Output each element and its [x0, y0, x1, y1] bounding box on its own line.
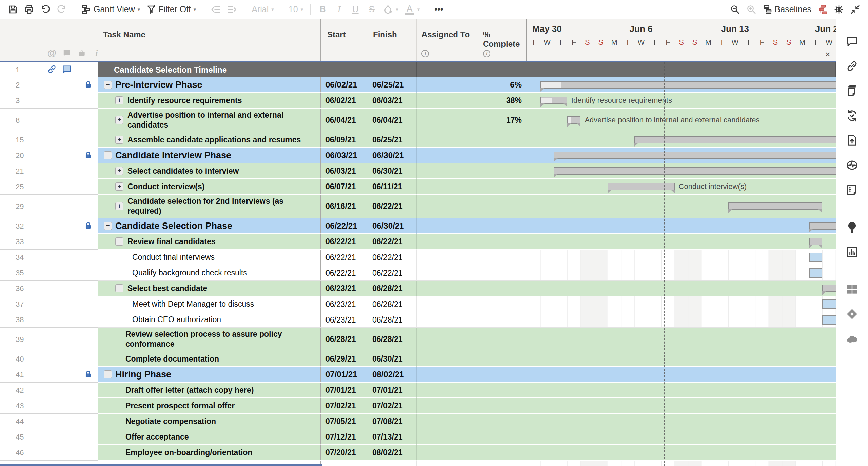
filter-button[interactable]: Filter Off▾ — [146, 4, 196, 15]
pct-complete-cell[interactable] — [478, 398, 527, 414]
finish-date-cell[interactable]: 06/28/21 — [368, 281, 417, 296]
row-number-cell[interactable]: 43 — [0, 398, 98, 414]
collapse-button[interactable] — [850, 4, 860, 15]
task-name-cell[interactable]: Offer acceptance — [98, 429, 321, 445]
summary-bar[interactable] — [809, 222, 836, 230]
start-date-cell[interactable]: 06/02/21 — [321, 77, 368, 93]
task-name-cell[interactable]: −Pre-Interview Phase — [98, 77, 321, 93]
assigned-to-cell[interactable] — [417, 218, 478, 234]
row-number-cell[interactable]: 21 — [0, 163, 98, 179]
baseline-red-button[interactable] — [817, 4, 828, 15]
assigned-to-cell[interactable] — [417, 398, 478, 414]
row-number-cell[interactable]: 36 — [0, 281, 98, 296]
assigned-to-cell[interactable] — [417, 312, 478, 328]
task-name-cell[interactable]: Present prospect formal offer — [98, 398, 321, 414]
assigned-to-cell[interactable] — [417, 328, 478, 351]
column-header-assigned-to[interactable]: Assigned To i — [417, 19, 478, 61]
row-number-cell[interactable]: 41 — [0, 367, 98, 383]
font-size-select[interactable]: 10▾ — [289, 4, 303, 14]
assigned-to-cell[interactable] — [417, 93, 478, 109]
finish-date-cell[interactable]: 06/11/21 — [368, 179, 417, 195]
task-bar[interactable] — [822, 315, 836, 325]
summary-bar[interactable] — [809, 238, 823, 245]
summary-bar[interactable] — [567, 116, 581, 124]
summary-bar[interactable] — [540, 97, 567, 104]
row-number-header[interactable]: @i — [0, 19, 98, 61]
pct-complete-cell[interactable] — [478, 383, 527, 398]
finish-date-cell[interactable]: 06/28/21 — [368, 328, 417, 351]
italic-button[interactable]: I — [334, 4, 344, 15]
assigned-to-cell[interactable] — [417, 148, 478, 163]
pct-complete-cell[interactable]: 6% — [478, 77, 527, 93]
assigned-to-cell[interactable] — [417, 296, 478, 312]
pct-complete-cell[interactable]: 17% — [478, 109, 527, 132]
assigned-to-cell[interactable] — [417, 414, 478, 429]
finish-date-cell[interactable]: 06/22/21 — [368, 195, 417, 218]
start-date-cell[interactable]: 06/29/21 — [321, 351, 368, 367]
task-name-cell[interactable]: Obtain CEO authorization — [98, 312, 321, 328]
row-number-cell[interactable]: 40 — [0, 351, 98, 367]
start-date-cell[interactable]: 07/01/21 — [321, 383, 368, 398]
finish-date-cell[interactable]: 06/30/21 — [368, 351, 417, 367]
start-date-cell[interactable]: 06/04/21 — [321, 109, 368, 132]
row-number-cell[interactable]: 34 — [0, 250, 98, 265]
undo-button[interactable] — [40, 4, 51, 15]
comment-icon[interactable] — [62, 64, 72, 76]
task-name-cell[interactable]: Meet with Dept Manager to discuss — [98, 296, 321, 312]
pct-complete-cell[interactable] — [478, 296, 527, 312]
pct-complete-cell[interactable]: 38% — [478, 93, 527, 109]
pct-complete-cell[interactable] — [478, 218, 527, 234]
sidebar-comment-icon[interactable] — [845, 34, 860, 49]
task-name-cell[interactable]: +Candidate selection for 2nd Interviews … — [98, 195, 321, 218]
assigned-to-cell[interactable] — [417, 163, 478, 179]
finish-date-cell[interactable]: 06/25/21 — [368, 132, 417, 148]
sidebar-apps-icon[interactable] — [845, 282, 860, 297]
sidebar-chart-icon[interactable] — [845, 245, 860, 259]
pct-complete-cell[interactable] — [478, 414, 527, 429]
zoom-out-button[interactable] — [730, 4, 740, 15]
underline-button[interactable]: U — [350, 4, 360, 15]
assigned-to-cell[interactable] — [417, 265, 478, 281]
task-name-cell[interactable]: −Hiring Phase — [98, 367, 321, 383]
start-date-cell[interactable]: 06/22/21 — [321, 265, 368, 281]
start-date-cell[interactable]: 06/28/21 — [321, 328, 368, 351]
start-date-cell[interactable] — [321, 62, 368, 77]
row-number-cell[interactable]: 35 — [0, 265, 98, 281]
task-name-cell[interactable]: Negotiate compensation — [98, 414, 321, 429]
row-number-cell[interactable]: 8 — [0, 109, 98, 132]
row-number-cell[interactable]: 33 — [0, 234, 98, 250]
row-number-cell[interactable]: 32 — [0, 218, 98, 234]
row-number-cell[interactable]: 37 — [0, 296, 98, 312]
finish-date-cell[interactable]: 06/25/21 — [368, 77, 417, 93]
task-name-cell[interactable]: Review selection process to assure polic… — [98, 328, 321, 351]
pct-complete-cell[interactable] — [478, 179, 527, 195]
finish-date-cell[interactable]: 06/30/21 — [368, 148, 417, 163]
task-name-cell[interactable]: +Assemble candidate applications and res… — [98, 132, 321, 148]
assigned-to-cell[interactable] — [417, 132, 478, 148]
start-date-cell[interactable]: 06/07/21 — [321, 179, 368, 195]
start-date-cell[interactable]: 06/02/21 — [321, 93, 368, 109]
row-number-cell[interactable]: 38 — [0, 312, 98, 328]
assigned-to-cell[interactable] — [417, 77, 478, 93]
sidebar-proofs-icon[interactable] — [845, 83, 860, 98]
pct-complete-cell[interactable] — [478, 445, 527, 461]
row-number-cell[interactable]: 29 — [0, 195, 98, 218]
finish-date-cell[interactable]: 06/30/21 — [368, 218, 417, 234]
column-header-finish[interactable]: Finish — [368, 19, 417, 61]
start-date-cell[interactable]: 06/23/21 — [321, 281, 368, 296]
pct-complete-cell[interactable] — [478, 250, 527, 265]
finish-date-cell[interactable]: 07/08/21 — [368, 414, 417, 429]
task-name-cell[interactable]: Complete documentation — [98, 351, 321, 367]
row-number-cell[interactable]: 42 — [0, 383, 98, 398]
pct-complete-cell[interactable] — [478, 429, 527, 445]
finish-date-cell[interactable]: 06/22/21 — [368, 250, 417, 265]
task-name-cell[interactable]: +Advertise position to internal and exte… — [98, 109, 321, 132]
summary-bar[interactable] — [554, 167, 836, 175]
sidebar-cloud-icon[interactable] — [845, 331, 860, 346]
pct-complete-cell[interactable] — [478, 367, 527, 383]
link-icon[interactable] — [47, 64, 57, 76]
pct-complete-cell[interactable] — [478, 163, 527, 179]
finish-date-cell[interactable]: 06/28/21 — [368, 312, 417, 328]
assigned-to-cell[interactable] — [417, 383, 478, 398]
summary-bar[interactable] — [634, 136, 836, 143]
